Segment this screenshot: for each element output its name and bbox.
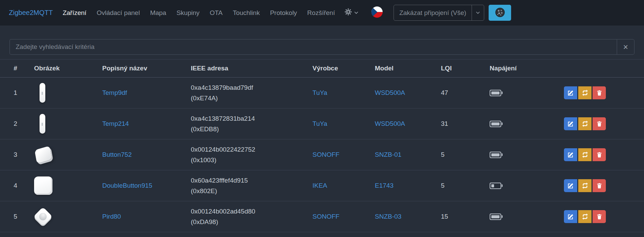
network-address: (0x1003)	[191, 155, 297, 165]
permit-join-icon	[495, 7, 505, 19]
device-image	[33, 207, 53, 226]
battery-icon	[490, 90, 501, 96]
row-index: 5	[0, 201, 22, 232]
rename-device-button[interactable]	[564, 210, 577, 223]
vendor-link[interactable]: SONOFF	[312, 151, 339, 158]
remove-device-button[interactable]	[593, 117, 606, 130]
search-input[interactable]	[10, 39, 617, 55]
model-link[interactable]: WSD500A	[375, 120, 405, 127]
reconfigure-device-button[interactable]	[578, 210, 592, 223]
table-row: 4 DoubleButton915 0x60a423fffef4d915 (0x…	[0, 170, 644, 201]
device-name-link[interactable]: Temp9df	[102, 89, 127, 96]
top-navbar: Zigbee2MQTT ZařízeníOvládací panelMapaSk…	[0, 0, 644, 26]
nav-item-2[interactable]: Mapa	[145, 6, 171, 20]
device-name-link[interactable]: DoubleButton915	[102, 182, 152, 189]
header-model: Model	[363, 60, 429, 78]
battery-icon	[490, 214, 501, 220]
header-image: Obrázek	[22, 60, 91, 78]
lqi-value: 5	[429, 139, 474, 170]
rename-device-button[interactable]	[564, 179, 577, 192]
remove-device-button[interactable]	[593, 210, 606, 223]
header-index: #	[0, 60, 22, 78]
device-name-link[interactable]: Button752	[102, 151, 132, 158]
device-image	[40, 83, 45, 103]
header-ieee-address: IEEE adresa	[179, 60, 301, 78]
row-index: 1	[0, 78, 22, 108]
row-index: 2	[0, 108, 22, 139]
table-header-row: # Obrázek Popisný název IEEE adresa Výro…	[0, 60, 644, 78]
nav-items: ZařízeníOvládací panelMapaSkupinyOTATouc…	[58, 6, 340, 20]
nav-item-0[interactable]: Zařízení	[58, 6, 92, 20]
permit-join-controls: Zakázat připojení (Vše)	[394, 5, 511, 21]
permit-join-selected-option: Zakázat připojení (Vše)	[394, 9, 472, 17]
chevron-down-icon	[354, 9, 358, 17]
device-image	[40, 114, 45, 134]
header-friendly-name: Popisný název	[91, 60, 179, 78]
nav-item-6[interactable]: Protokoly	[265, 6, 302, 20]
reconfigure-device-button[interactable]	[578, 117, 592, 130]
vendor-link[interactable]: TuYa	[312, 89, 327, 96]
rename-device-button[interactable]	[564, 86, 577, 99]
ieee-address: 0xa4c13872831ba214	[191, 113, 297, 124]
battery-icon	[490, 152, 501, 158]
device-image	[34, 146, 52, 164]
search-bar: ×	[0, 26, 644, 55]
header-vendor: Výrobce	[301, 60, 363, 78]
model-link[interactable]: SNZB-03	[375, 213, 401, 220]
network-address: (0x802E)	[191, 186, 297, 196]
model-link[interactable]: SNZB-01	[375, 151, 401, 158]
ieee-address: 0x60a423fffef4d915	[191, 175, 297, 186]
remove-device-button[interactable]	[593, 86, 606, 99]
table-row: 3 Button752 0x00124b0022422752 (0x1003) …	[0, 139, 644, 170]
ieee-address: 0xa4c13879baad79df	[191, 82, 297, 93]
nav-item-7[interactable]: Rozšíření	[302, 6, 340, 20]
reconfigure-device-button[interactable]	[578, 86, 592, 99]
rename-device-button[interactable]	[564, 117, 577, 130]
reconfigure-device-button[interactable]	[578, 179, 592, 192]
czech-flag-icon	[371, 6, 383, 19]
vendor-link[interactable]: IKEA	[312, 182, 327, 189]
row-actions	[564, 148, 640, 161]
table-row: 5 Pird80 0x00124b002ad45d80 (0xDA98) SON…	[0, 201, 644, 232]
network-address: (0xEDB8)	[191, 124, 297, 134]
table-row: 2 Temp214 0xa4c13872831ba214 (0xEDB8) Tu…	[0, 108, 644, 139]
model-link[interactable]: WSD500A	[375, 89, 405, 96]
nav-item-3[interactable]: Skupiny	[171, 6, 205, 20]
lqi-value: 5	[429, 170, 474, 201]
row-actions	[564, 86, 640, 99]
row-index: 3	[0, 139, 22, 170]
battery-icon	[490, 183, 501, 189]
clear-search-button[interactable]: ×	[617, 39, 634, 55]
vendor-link[interactable]: SONOFF	[312, 213, 339, 220]
language-switcher[interactable]	[371, 6, 383, 19]
devices-table: # Obrázek Popisný název IEEE adresa Výro…	[0, 59, 644, 232]
permit-join-button[interactable]	[489, 5, 511, 21]
battery-icon	[490, 121, 501, 127]
model-link[interactable]: E1743	[375, 182, 394, 189]
reconfigure-device-button[interactable]	[578, 148, 592, 161]
brand-link[interactable]: Zigbee2MQTT	[9, 9, 53, 17]
device-image	[34, 176, 52, 195]
settings-menu-toggle[interactable]	[340, 4, 363, 21]
device-name-link[interactable]: Pird80	[102, 213, 121, 220]
rename-device-button[interactable]	[564, 148, 577, 161]
nav-item-1[interactable]: Ovládací panel	[92, 6, 145, 20]
permit-join-select[interactable]: Zakázat připojení (Vše)	[394, 5, 484, 21]
nav-item-4[interactable]: OTA	[205, 6, 228, 20]
network-address: (0xDA98)	[191, 217, 297, 227]
row-index: 4	[0, 170, 22, 201]
table-body: 1 Temp9df 0xa4c13879baad79df (0xE74A) Tu…	[0, 78, 644, 232]
row-actions	[564, 210, 640, 223]
row-actions	[564, 117, 640, 130]
nav-item-5[interactable]: Touchlink	[228, 6, 265, 20]
device-name-link[interactable]: Temp214	[102, 120, 129, 127]
ieee-address: 0x00124b0022422752	[191, 144, 297, 155]
ieee-address: 0x00124b002ad45d80	[191, 206, 297, 217]
permit-join-caret[interactable]	[472, 5, 484, 20]
header-power: Napájení	[474, 60, 552, 78]
remove-device-button[interactable]	[593, 179, 606, 192]
vendor-link[interactable]: TuYa	[312, 120, 327, 127]
gear-icon	[344, 8, 352, 18]
remove-device-button[interactable]	[593, 148, 606, 161]
header-lqi: LQI	[429, 60, 474, 78]
